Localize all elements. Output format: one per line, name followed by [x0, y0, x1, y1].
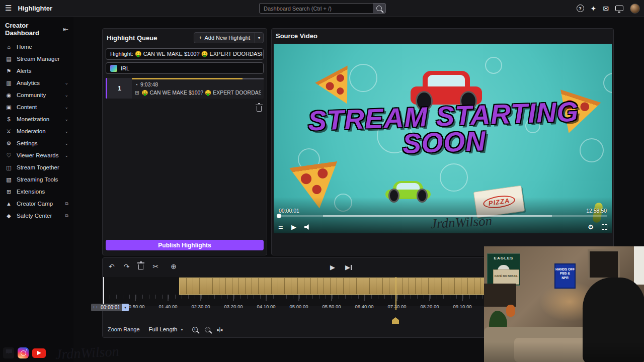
- playhead-time-chip[interactable]: ⋮⋮ 00:00:01 ▾: [91, 304, 129, 311]
- tick-label: 05:00:00: [290, 304, 308, 309]
- queue-item-progress-track: [132, 78, 264, 79]
- zoom-range-label: Zoom Range: [108, 326, 140, 332]
- timeline-tick: 02:30:00: [192, 295, 210, 309]
- fit-selection-icon[interactable]: ▸|◂: [217, 327, 222, 332]
- drag-grip-icon[interactable]: ⋮⋮: [91, 306, 99, 310]
- coffee-box: CAFÉ DO BRASIL: [493, 269, 519, 285]
- category-value: IRL: [121, 65, 129, 71]
- timeline-tick: 07:30:00: [388, 295, 407, 309]
- add-segment-icon[interactable]: ⊕: [171, 263, 177, 270]
- protest-sign: HANDS OFF PBS & NPR: [554, 263, 576, 289]
- sidebar-item[interactable]: ⚑ Alerts ⌄ ⧉: [0, 65, 73, 77]
- playhead-chip-caret[interactable]: ▾: [122, 304, 129, 311]
- tick-label: 05:50:00: [323, 304, 341, 309]
- queue-item[interactable]: 1 ◔ 9:03:48 ⊞ 🤑 CAN WE MAKE $100? 🤑 EXPE…: [106, 78, 264, 99]
- sidebar-header: Creator Dashboard ⇤: [0, 17, 73, 41]
- add-new-highlight-button[interactable]: + Add New Highlight ▾: [194, 32, 264, 43]
- editor-play-icon[interactable]: ▶: [330, 263, 335, 271]
- sidebar-title: Creator Dashboard: [5, 22, 63, 37]
- tick-mark: [331, 295, 332, 301]
- external-link-icon: ⧉: [65, 201, 68, 207]
- sidebar-item[interactable]: ◆ Safety Center ⌄ ⧉: [0, 210, 73, 222]
- top-bar: ☰ Highlighter ? ✦ ✉: [0, 0, 644, 17]
- sidebar-item[interactable]: ▧ Streaming Tools ⌄ ⧉: [0, 173, 73, 186]
- sidebar-nav: ⌂ Home ⌄ ⧉ ▤ Stream Manager ⌄ ⧉ ⚑ Alerts…: [0, 41, 73, 222]
- sidebar-item-icon: ◉: [5, 92, 13, 99]
- delete-segment-icon[interactable]: [138, 264, 143, 270]
- tick-mark: [429, 295, 430, 301]
- sidebar-item-icon: ⌂: [5, 44, 13, 50]
- queue-item-duration: 9:03:48: [140, 81, 158, 87]
- source-video-panel: Source Video PIZZA: [271, 28, 614, 255]
- cut-scissors-icon[interactable]: ✂: [152, 263, 158, 270]
- video-duration: 12:58:50: [586, 208, 607, 214]
- user-avatar[interactable]: [630, 4, 640, 14]
- search-input[interactable]: [259, 3, 373, 14]
- sidebar-item[interactable]: ♡ Viewer Rewards ⌄ ⧉: [0, 149, 73, 161]
- help-icon[interactable]: ?: [577, 5, 584, 12]
- tick-mark: [364, 295, 364, 301]
- sidebar-item-icon: ▲: [5, 201, 13, 207]
- publish-highlights-button[interactable]: Publish Highlights: [106, 240, 264, 250]
- chevron-down-icon: ⌄: [64, 80, 68, 85]
- video-settings-gear-icon[interactable]: ⚙: [588, 224, 594, 230]
- video-player[interactable]: PIZZA STREAM STARTING SOON JrdnWilson 00…: [274, 44, 612, 233]
- tick-mark: [266, 295, 266, 301]
- category-boxart-icon: [110, 65, 117, 72]
- app-root: ☰ Highlighter ? ✦ ✉ Creator Dashboard ⇤ …: [0, 0, 644, 362]
- sidebar-item[interactable]: ◉ Community ⌄ ⧉: [0, 89, 73, 101]
- tick-label: 00:50:00: [126, 304, 145, 309]
- zoom-out-icon[interactable]: [205, 327, 210, 332]
- queue-item-progress-fill: [132, 78, 243, 79]
- bubble: [440, 163, 468, 192]
- playlist-icon[interactable]: ☰: [278, 224, 283, 230]
- timeline-selection-region[interactable]: [179, 278, 485, 295]
- hamburger-menu-icon[interactable]: ☰: [5, 4, 12, 13]
- volume-icon[interactable]: [304, 224, 311, 230]
- search-icon: [376, 6, 382, 11]
- play-button-icon[interactable]: ▶: [291, 224, 296, 230]
- queue-panel-title: Highlight Queue: [107, 34, 157, 42]
- sidebar-item[interactable]: ▤ Stream Manager ⌄ ⧉: [0, 53, 73, 65]
- playhead-line[interactable]: [103, 277, 104, 306]
- sidebar-item[interactable]: $ Monetization ⌄ ⧉: [0, 113, 73, 125]
- fullscreen-icon[interactable]: [602, 224, 607, 230]
- sidebar-item[interactable]: ▥ Analytics ⌄ ⧉: [0, 77, 73, 89]
- tick-mark: [168, 295, 168, 301]
- redo-icon[interactable]: ↷: [124, 263, 130, 270]
- display-icon[interactable]: [615, 6, 623, 11]
- inbox-icon[interactable]: ✉: [603, 5, 609, 12]
- sidebar-item-label: Safety Center: [17, 213, 65, 219]
- sidebar-item-label: Extensions: [17, 189, 68, 195]
- highlight-title-field[interactable]: Highlight: 🤑 CAN WE MAKE $100? 🤑 EXPERT …: [106, 48, 264, 60]
- collapse-sidebar-icon[interactable]: ⇤: [63, 26, 68, 33]
- search-button[interactable]: [373, 3, 386, 14]
- tick-label: 07:30:00: [388, 304, 407, 309]
- skip-to-end-icon[interactable]: ▶: [345, 263, 352, 271]
- sidebar-item[interactable]: ▣ Content ⌄ ⧉: [0, 101, 73, 113]
- sidebar-item[interactable]: ⌂ Home ⌄ ⧉: [0, 41, 73, 53]
- undo-icon[interactable]: ↶: [109, 263, 115, 270]
- delete-queue-item-icon[interactable]: [257, 106, 262, 112]
- video-seek-knob[interactable]: [277, 214, 281, 218]
- zoom-controls: Zoom Range Full Length ▾ ▸|◂: [108, 325, 222, 333]
- chevron-down-icon: ⌄: [64, 93, 68, 98]
- zoom-range-dropdown[interactable]: Full Length ▾: [147, 325, 185, 333]
- zoom-in-icon[interactable]: [192, 327, 198, 332]
- couch: [484, 327, 590, 362]
- timeline-tick: 05:50:00: [323, 295, 341, 309]
- wand-icon[interactable]: ✦: [591, 5, 597, 12]
- sidebar-item[interactable]: ⚙ Settings ⌄ ⧉: [0, 137, 73, 149]
- sidebar-item[interactable]: ◫ Stream Together ⌄ ⧉: [0, 161, 73, 173]
- chapter-marker-flag[interactable]: [392, 317, 399, 324]
- sidebar-item[interactable]: ▲ Creator Camp ⌄ ⧉: [0, 198, 73, 210]
- tick-label: 06:40:00: [355, 304, 374, 309]
- social-overlay: JrdnWilson: [3, 345, 119, 361]
- timeline-tick: 09:10:00: [453, 295, 472, 309]
- sidebar-item[interactable]: ⚔ Moderation ⌄ ⧉: [0, 125, 73, 137]
- category-field[interactable]: IRL: [106, 62, 264, 74]
- sidebar-item-icon: ◆: [5, 213, 13, 219]
- add-highlight-dropdown-caret[interactable]: ▾: [255, 33, 263, 43]
- editor-toolbar: ↶ ↷ ✂ ⊕: [109, 263, 177, 270]
- sidebar-item[interactable]: ⊞ Extensions ⌄ ⧉: [0, 186, 73, 198]
